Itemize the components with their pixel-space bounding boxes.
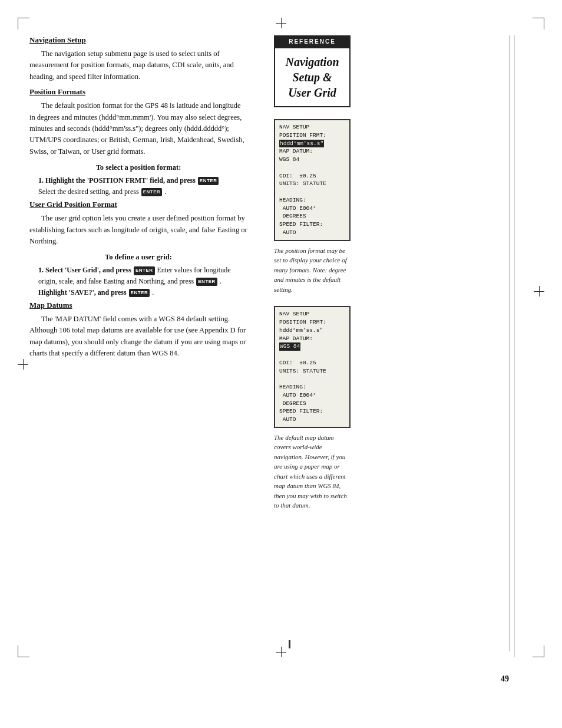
left-column: Navigation Setup The navigation setup su…	[29, 35, 265, 522]
bottom-indicator	[289, 640, 290, 648]
right-column: REFERENCE Navigation Setup & User Grid N…	[265, 35, 533, 522]
nav-setup-body: The navigation setup submenu page is use…	[29, 48, 247, 83]
enter-badge-3: ENTER	[134, 266, 155, 275]
gps-screen-2: NAV SETUP POSITION FRMT: hddd°mm'ss.s" M…	[274, 306, 351, 428]
gps-screen-2-caption: The default map datum covers world-wide …	[274, 433, 351, 510]
nav-setup-heading: Navigation Setup	[29, 35, 247, 45]
map-datums-body: The 'MAP DATUM' field comes with a WGS 8…	[29, 314, 247, 360]
user-grid-body: The user grid option lets you create a u…	[29, 213, 247, 247]
gps-screen-1: NAV SETUP POSITION FRMT: hddd°mm'ss.s" M…	[274, 119, 351, 241]
define-user-grid-subheading: To define a user grid:	[29, 253, 247, 262]
gps-screen-1-caption: The position format may be set to displa…	[274, 246, 351, 295]
map-datums-heading: Map Datums	[29, 301, 247, 310]
enter-badge-1: ENTER	[198, 177, 219, 185]
content-area: Navigation Setup The navigation setup su…	[29, 35, 533, 522]
gps-highlight-2: WGS 84	[279, 342, 300, 351]
user-grid-heading: User Grid Position Format	[29, 200, 247, 209]
reference-title: Navigation Setup & User Grid	[282, 54, 342, 100]
enter-badge-2: ENTER	[141, 188, 163, 196]
position-formats-heading: Position Formats	[29, 87, 247, 97]
position-formats-body: The default position format for the GPS …	[29, 100, 247, 157]
position-formats-step1: 1. Highlight the 'POSITION FRMT' field, …	[38, 175, 247, 197]
gps-highlight-1: hddd°mm'ss.s"	[279, 140, 324, 148]
position-formats-section: Position Formats The default position fo…	[29, 87, 247, 197]
reference-label: REFERENCE	[274, 35, 351, 47]
select-position-subheading: To select a position format:	[29, 163, 247, 172]
page-number: 49	[501, 674, 509, 684]
enter-badge-4: ENTER	[196, 278, 217, 286]
page-container: Navigation Setup The navigation setup su…	[0, 0, 562, 728]
user-grid-step1: 1. Select 'User Grid', and press ENTER E…	[38, 265, 247, 298]
user-grid-section: User Grid Position Format The user grid …	[29, 200, 247, 298]
nav-setup-section: Navigation Setup The navigation setup su…	[29, 35, 247, 83]
reference-title-box: Navigation Setup & User Grid	[274, 47, 351, 107]
enter-badge-5: ENTER	[129, 289, 150, 297]
map-datums-section: Map Datums The 'MAP DATUM' field comes w…	[29, 301, 247, 360]
